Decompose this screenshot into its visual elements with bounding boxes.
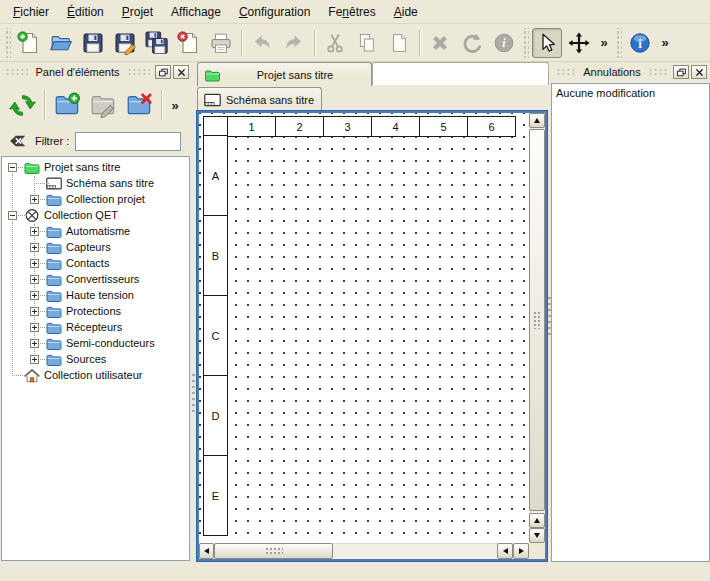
undo-button[interactable] bbox=[247, 28, 277, 58]
left-splitter-handle[interactable] bbox=[191, 372, 196, 412]
new-file-button[interactable] bbox=[14, 28, 44, 58]
tree-item-automatisme[interactable]: Automatisme bbox=[2, 224, 189, 240]
edit-category-button[interactable] bbox=[86, 87, 120, 123]
scroll-left-button[interactable] bbox=[199, 543, 214, 559]
tree-item-contacts[interactable]: Contacts bbox=[2, 256, 189, 272]
select-arrow-button[interactable] bbox=[532, 28, 562, 58]
filter-input[interactable] bbox=[75, 132, 181, 151]
menu-fichier[interactable]: Fichier bbox=[4, 2, 58, 22]
close-file-button[interactable] bbox=[174, 28, 204, 58]
copy-button[interactable] bbox=[352, 28, 382, 58]
move-button[interactable] bbox=[564, 28, 594, 58]
delete-category-button[interactable] bbox=[122, 87, 156, 123]
expand-box[interactable] bbox=[30, 291, 39, 300]
close-panel-button[interactable] bbox=[173, 65, 189, 79]
tree-item-label: Automatisme bbox=[66, 225, 130, 237]
tree-item-sources[interactable]: Sources bbox=[2, 352, 189, 368]
print-button[interactable] bbox=[206, 28, 236, 58]
scroll-right-button[interactable] bbox=[513, 543, 529, 559]
menu-fenetres[interactable]: Fenêtres bbox=[319, 2, 384, 22]
tree-item-schema-sans-titre[interactable]: Schéma sans titre bbox=[2, 176, 189, 192]
expand-box[interactable] bbox=[30, 259, 39, 268]
tree-item-recepteurs[interactable]: Récepteurs bbox=[2, 320, 189, 336]
toolbar-handle[interactable] bbox=[522, 28, 529, 58]
save-all-button[interactable] bbox=[142, 28, 172, 58]
menu-affichage[interactable]: Affichage bbox=[162, 2, 230, 22]
tab-schema-label: Schéma sans titre bbox=[225, 94, 315, 106]
expand-box[interactable] bbox=[30, 339, 39, 348]
float-panel-button[interactable] bbox=[673, 65, 689, 79]
restore-icon bbox=[677, 68, 686, 77]
tree-item-convertisseurs[interactable]: Convertisseurs bbox=[2, 272, 189, 288]
reload-button[interactable] bbox=[5, 87, 39, 123]
grid-row-a: A bbox=[203, 135, 228, 216]
tree-item-collection-utilisateur[interactable]: Collection utilisateur bbox=[2, 368, 189, 384]
scroll-up-button[interactable] bbox=[529, 113, 545, 128]
paste-icon bbox=[387, 31, 411, 55]
expand-box[interactable] bbox=[30, 355, 39, 364]
tree-item-projet-sans-titre[interactable]: Projet sans titre bbox=[2, 160, 189, 176]
tree-item-collection-qet[interactable]: Collection QET bbox=[2, 208, 189, 224]
object-info-icon: i bbox=[492, 31, 516, 55]
tree-item-semi-conducteurs[interactable]: Semi-conducteurs bbox=[2, 336, 189, 352]
save-as-icon bbox=[113, 31, 137, 55]
grid-row-d: D bbox=[203, 375, 228, 456]
expand-box[interactable] bbox=[30, 323, 39, 332]
grid-corner-cell bbox=[203, 116, 228, 137]
menu-projet[interactable]: Projet bbox=[113, 2, 162, 22]
vertical-scrollbar[interactable] bbox=[529, 113, 545, 543]
paste-button[interactable] bbox=[384, 28, 414, 58]
toolbar-handle[interactable] bbox=[4, 28, 11, 58]
object-info-button[interactable]: i bbox=[489, 28, 519, 58]
grid-column-3: 3 bbox=[323, 116, 372, 137]
rotate-button[interactable] bbox=[457, 28, 487, 58]
clear-filter-button[interactable] bbox=[5, 132, 29, 150]
close-panel-button[interactable] bbox=[691, 65, 707, 79]
horizontal-scrollbar-thumb[interactable] bbox=[214, 543, 333, 559]
tree-item-haute-tension[interactable]: Haute tension bbox=[2, 288, 189, 304]
toolbar-handle[interactable] bbox=[615, 28, 622, 58]
expand-box[interactable] bbox=[30, 227, 39, 236]
redo-button[interactable] bbox=[279, 28, 309, 58]
scroll-left-button-2[interactable] bbox=[497, 543, 513, 559]
expand-box[interactable] bbox=[30, 243, 39, 252]
expand-box[interactable] bbox=[30, 307, 39, 316]
left-arrow-icon bbox=[503, 548, 508, 554]
tree-item-capteurs[interactable]: Capteurs bbox=[2, 240, 189, 256]
elements-tree: Projet sans titreSchéma sans titreCollec… bbox=[2, 157, 189, 384]
schematic-canvas[interactable]: 123456 ABCDE bbox=[199, 113, 529, 543]
info-button[interactable]: i bbox=[625, 28, 655, 58]
tab-schema[interactable]: Schéma sans titre bbox=[197, 87, 322, 111]
scroll-up-button-2[interactable] bbox=[529, 513, 545, 528]
overflow-button[interactable]: » bbox=[656, 30, 674, 56]
new-category-button[interactable] bbox=[50, 87, 84, 123]
filter-row: Filtrer : bbox=[0, 128, 192, 154]
vertical-scrollbar-thumb[interactable] bbox=[529, 129, 545, 511]
tree-item-protections[interactable]: Protections bbox=[2, 304, 189, 320]
expand-box[interactable] bbox=[30, 195, 39, 204]
menu-aide[interactable]: Aide bbox=[385, 2, 427, 22]
dock-grip bbox=[648, 68, 668, 76]
save-as-button[interactable] bbox=[110, 28, 140, 58]
delete-button[interactable] bbox=[425, 28, 455, 58]
tree-item-collection-projet[interactable]: Collection projet bbox=[2, 192, 189, 208]
expand-box[interactable] bbox=[30, 275, 39, 284]
overflow-button[interactable]: » bbox=[166, 92, 184, 118]
menu-edition[interactable]: Édition bbox=[58, 2, 113, 22]
clear-filter-icon bbox=[8, 134, 27, 148]
horizontal-scrollbar[interactable] bbox=[199, 543, 529, 559]
tree-item-label: Convertisseurs bbox=[66, 273, 139, 285]
tab-project[interactable]: Projet sans titre bbox=[197, 62, 372, 86]
up-arrow-icon bbox=[534, 518, 540, 523]
menu-configuration[interactable]: Configuration bbox=[230, 2, 319, 22]
overflow-button[interactable]: » bbox=[595, 30, 613, 56]
undo-history-item[interactable]: Aucune modification bbox=[552, 84, 709, 101]
collapse-box[interactable] bbox=[8, 211, 17, 220]
cut-button[interactable] bbox=[320, 28, 350, 58]
collapse-box[interactable] bbox=[8, 163, 17, 172]
float-panel-button[interactable] bbox=[155, 65, 171, 79]
save-button[interactable] bbox=[78, 28, 108, 58]
scroll-down-button[interactable] bbox=[529, 528, 545, 543]
undo-history-list[interactable]: Aucune modification bbox=[551, 83, 710, 562]
open-file-button[interactable] bbox=[46, 28, 76, 58]
